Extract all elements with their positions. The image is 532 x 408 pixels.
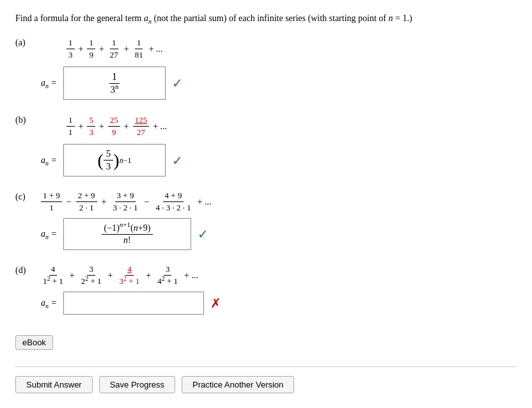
- part-b-label: (b) 1 1 + 5 3 + 25 9 + 125: [15, 114, 517, 139]
- practice-another-button[interactable]: Practice Another Version: [182, 376, 294, 393]
- frac-3-2sq: 3 22 + 1: [79, 264, 104, 286]
- right-paren-b: ): [113, 152, 119, 169]
- part-d-label: (d) 4 12 + 1 + 3 22 + 1 + 4 32 + 1 +: [15, 264, 517, 286]
- part-c-series: 1 + 9 1 − 2 + 9 2 · 1 + 3 + 9 3 · 2 · 1 …: [40, 191, 214, 213]
- part-b-an-label: an =: [41, 155, 57, 166]
- part-a-check: ✓: [172, 75, 183, 91]
- part-b-answer-row: an = ( 5 3 ) n−1 ✓: [41, 144, 517, 177]
- part-c-an-label: an =: [41, 229, 57, 239]
- part-c-answer-row: an = (−1)n+1(n+9) n! ✓: [41, 218, 517, 250]
- part-c-answer-box: (−1)n+1(n+9) n!: [63, 218, 191, 250]
- frac-4p9-4dot3dot2dot1: 4 + 9 4 · 3 · 2 · 1: [153, 191, 192, 213]
- frac-3-4sq: 3 42 + 1: [155, 264, 180, 286]
- part-a-label: (a) 1 3 + 1 9 + 1 27 + 1 8: [15, 36, 517, 61]
- save-progress-button[interactable]: Save Progress: [99, 376, 175, 393]
- submit-button[interactable]: Submit Answer: [15, 376, 93, 393]
- part-c: (c) 1 + 9 1 − 2 + 9 2 · 1 + 3 + 9 3 · 2 …: [15, 191, 517, 250]
- part-d-cross: ✗: [210, 295, 221, 311]
- part-b-letter: (b): [15, 114, 33, 125]
- frac-4-3sq: 4 32 + 1: [118, 264, 142, 286]
- frac-125-27: 125 27: [133, 115, 150, 137]
- part-b-series: 1 1 + 5 3 + 25 9 + 125 27 + ...: [65, 114, 169, 139]
- frac-5-3: 5 3: [87, 115, 95, 137]
- footer-buttons: Submit Answer Save Progress Practice Ano…: [15, 366, 517, 393]
- part-a-answer-row: an = 1 3n ✓: [41, 67, 517, 100]
- part-c-label: (c) 1 + 9 1 − 2 + 9 2 · 1 + 3 + 9 3 · 2 …: [15, 191, 517, 213]
- frac-2p9-2dot1: 2 + 9 2 · 1: [76, 191, 97, 213]
- frac-25-9: 25 9: [108, 115, 120, 137]
- frac-5-3-answer: 5 3: [104, 148, 114, 172]
- part-a-answer-box: 1 3n: [63, 67, 166, 100]
- part-c-letter: (c): [15, 191, 33, 202]
- part-c-answer-frac: (−1)n+1(n+9) n!: [102, 223, 153, 246]
- part-a: (a) 1 3 + 1 9 + 1 27 + 1 8: [15, 36, 517, 100]
- frac-3p9-3dot2dot1: 3 + 9 3 · 2 · 1: [111, 191, 140, 213]
- part-a-letter: (a): [15, 36, 33, 48]
- left-paren-b: (: [97, 152, 103, 169]
- part-b-check: ✓: [172, 153, 183, 168]
- frac-1-27: 1 27: [108, 38, 120, 60]
- part-a-an-label: an =: [41, 78, 57, 88]
- page-container: Find a formula for the general term an (…: [0, 0, 532, 401]
- part-d-answer-row: an = ✗: [41, 292, 517, 315]
- part-c-check: ✓: [198, 226, 208, 242]
- part-d: (d) 4 12 + 1 + 3 22 + 1 + 4 32 + 1 +: [15, 264, 517, 315]
- part-a-answer-frac: 1 3n: [107, 71, 121, 95]
- part-b-answer-box: ( 5 3 ) n−1: [63, 144, 166, 177]
- frac-1p9-1: 1 + 9 1: [41, 191, 62, 213]
- part-d-series: 4 12 + 1 + 3 22 + 1 + 4 32 + 1 + 3 42 + …: [40, 264, 200, 286]
- frac-1-81: 1 81: [133, 38, 145, 60]
- ebook-button[interactable]: eBook: [15, 335, 53, 350]
- part-a-series: 1 3 + 1 9 + 1 27 + 1 81 + ...: [65, 36, 165, 61]
- part-b: (b) 1 1 + 5 3 + 25 9 + 125: [15, 114, 517, 177]
- part-d-letter: (d): [15, 264, 33, 276]
- frac-1-1: 1 1: [66, 115, 75, 137]
- frac-4-1sq: 4 12 + 1: [41, 264, 65, 286]
- part-b-answer-math: ( 5 3 ) n−1: [97, 148, 131, 172]
- part-d-answer-input[interactable]: [63, 292, 204, 315]
- ebook-container: eBook: [15, 329, 517, 357]
- frac-1-9: 1 9: [87, 38, 95, 60]
- part-d-an-label: an =: [41, 298, 57, 308]
- frac-1-3: 1 3: [66, 38, 75, 60]
- instructions: Find a formula for the general term an (…: [15, 12, 517, 25]
